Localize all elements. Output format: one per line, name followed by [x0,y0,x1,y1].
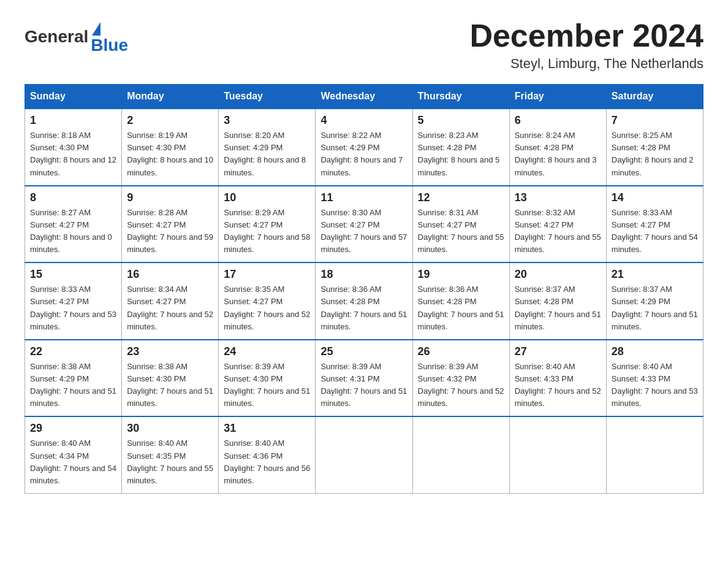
day-number: 3 [224,114,310,127]
calendar-table: Sunday Monday Tuesday Wednesday Thursday… [25,84,703,494]
day-number: 30 [127,422,213,435]
day-info: Sunrise: 8:38 AMSunset: 4:29 PMDaylight:… [30,361,116,410]
table-row [316,416,412,493]
day-number: 24 [224,345,310,358]
day-number: 18 [320,268,407,281]
col-tuesday: Tuesday [219,85,316,109]
logo-triangle-icon [92,22,100,36]
day-number: 12 [418,191,504,204]
table-row: 9 Sunrise: 8:28 AMSunset: 4:27 PMDayligh… [122,186,219,263]
day-info: Sunrise: 8:22 AMSunset: 4:29 PMDaylight:… [320,129,407,179]
col-sunday: Sunday [25,85,122,109]
day-number: 23 [127,345,213,358]
table-row: 27 Sunrise: 8:40 AMSunset: 4:33 PMDaylig… [509,340,606,417]
day-info: Sunrise: 8:33 AMSunset: 4:27 PMDaylight:… [612,207,698,256]
table-row: 8 Sunrise: 8:27 AMSunset: 4:27 PMDayligh… [25,186,122,263]
day-info: Sunrise: 8:36 AMSunset: 4:28 PMDaylight:… [320,283,407,333]
table-row: 19 Sunrise: 8:36 AMSunset: 4:28 PMDaylig… [412,262,509,340]
table-row: 24 Sunrise: 8:39 AMSunset: 4:30 PMDaylig… [219,340,316,417]
day-number: 27 [515,345,601,358]
day-info: Sunrise: 8:39 AMSunset: 4:30 PMDaylight:… [224,361,310,410]
day-info: Sunrise: 8:31 AMSunset: 4:27 PMDaylight:… [418,207,504,256]
table-row: 15 Sunrise: 8:33 AMSunset: 4:27 PMDaylig… [25,262,122,340]
day-number: 4 [320,114,407,127]
day-number: 19 [418,268,504,281]
table-row [606,416,703,493]
table-row: 18 Sunrise: 8:36 AMSunset: 4:28 PMDaylig… [316,262,412,340]
table-row: 28 Sunrise: 8:40 AMSunset: 4:33 PMDaylig… [606,340,703,417]
day-info: Sunrise: 8:40 AMSunset: 4:34 PMDaylight:… [30,437,116,487]
day-info: Sunrise: 8:25 AMSunset: 4:28 PMDaylight:… [612,129,698,179]
day-info: Sunrise: 8:36 AMSunset: 4:28 PMDaylight:… [418,283,504,333]
day-number: 22 [30,345,116,358]
day-info: Sunrise: 8:40 AMSunset: 4:36 PMDaylight:… [224,437,310,487]
day-number: 2 [127,114,213,127]
day-number: 15 [30,268,116,281]
day-number: 14 [612,191,698,204]
table-row [412,416,509,493]
table-row: 4 Sunrise: 8:22 AMSunset: 4:29 PMDayligh… [316,109,412,186]
day-number: 17 [224,268,310,281]
day-info: Sunrise: 8:29 AMSunset: 4:27 PMDaylight:… [224,207,310,256]
title-area: December 2024 Steyl, Limburg, The Nether… [469,18,703,72]
table-row: 3 Sunrise: 8:20 AMSunset: 4:29 PMDayligh… [219,109,316,186]
day-info: Sunrise: 8:23 AMSunset: 4:28 PMDaylight:… [418,129,504,179]
col-wednesday: Wednesday [316,85,412,109]
calendar-week-row: 1 Sunrise: 8:18 AMSunset: 4:30 PMDayligh… [25,109,703,186]
day-number: 10 [224,191,310,204]
table-row: 10 Sunrise: 8:29 AMSunset: 4:27 PMDaylig… [219,186,316,263]
day-info: Sunrise: 8:40 AMSunset: 4:33 PMDaylight:… [515,361,601,410]
day-number: 26 [418,345,504,358]
month-year-title: December 2024 [469,18,703,53]
day-number: 13 [515,191,601,204]
day-number: 21 [612,268,698,281]
calendar-header-row: Sunday Monday Tuesday Wednesday Thursday… [25,85,703,109]
day-info: Sunrise: 8:33 AMSunset: 4:27 PMDaylight:… [30,283,116,333]
table-row: 14 Sunrise: 8:33 AMSunset: 4:27 PMDaylig… [606,186,703,263]
day-info: Sunrise: 8:30 AMSunset: 4:27 PMDaylight:… [320,207,407,256]
table-row: 29 Sunrise: 8:40 AMSunset: 4:34 PMDaylig… [25,416,122,493]
table-row: 17 Sunrise: 8:35 AMSunset: 4:27 PMDaylig… [219,262,316,340]
table-row: 1 Sunrise: 8:18 AMSunset: 4:30 PMDayligh… [25,109,122,186]
calendar-week-row: 29 Sunrise: 8:40 AMSunset: 4:34 PMDaylig… [25,416,703,493]
day-info: Sunrise: 8:20 AMSunset: 4:29 PMDaylight:… [224,129,310,179]
table-row: 21 Sunrise: 8:37 AMSunset: 4:29 PMDaylig… [606,262,703,340]
day-number: 31 [224,422,310,435]
col-monday: Monday [122,85,219,109]
logo-text-blue: Blue [91,36,128,55]
day-info: Sunrise: 8:18 AMSunset: 4:30 PMDaylight:… [30,129,116,179]
day-number: 29 [30,422,116,435]
day-number: 7 [612,114,698,127]
day-info: Sunrise: 8:19 AMSunset: 4:30 PMDaylight:… [127,129,213,179]
table-row: 22 Sunrise: 8:38 AMSunset: 4:29 PMDaylig… [25,340,122,417]
table-row: 12 Sunrise: 8:31 AMSunset: 4:27 PMDaylig… [412,186,509,263]
day-number: 20 [515,268,601,281]
day-info: Sunrise: 8:34 AMSunset: 4:27 PMDaylight:… [127,283,213,333]
calendar-week-row: 8 Sunrise: 8:27 AMSunset: 4:27 PMDayligh… [25,186,703,263]
table-row: 31 Sunrise: 8:40 AMSunset: 4:36 PMDaylig… [219,416,316,493]
day-info: Sunrise: 8:39 AMSunset: 4:31 PMDaylight:… [320,361,407,410]
table-row: 6 Sunrise: 8:24 AMSunset: 4:28 PMDayligh… [509,109,606,186]
table-row: 13 Sunrise: 8:32 AMSunset: 4:27 PMDaylig… [509,186,606,263]
day-number: 9 [127,191,213,204]
table-row: 25 Sunrise: 8:39 AMSunset: 4:31 PMDaylig… [316,340,412,417]
day-info: Sunrise: 8:40 AMSunset: 4:33 PMDaylight:… [612,361,698,410]
table-row: 5 Sunrise: 8:23 AMSunset: 4:28 PMDayligh… [412,109,509,186]
day-number: 25 [320,345,407,358]
day-number: 11 [320,191,407,204]
day-info: Sunrise: 8:37 AMSunset: 4:29 PMDaylight:… [612,283,698,333]
table-row: 2 Sunrise: 8:19 AMSunset: 4:30 PMDayligh… [122,109,219,186]
table-row [509,416,606,493]
day-number: 28 [612,345,698,358]
col-thursday: Thursday [412,85,509,109]
table-row: 26 Sunrise: 8:39 AMSunset: 4:32 PMDaylig… [412,340,509,417]
day-info: Sunrise: 8:24 AMSunset: 4:28 PMDaylight:… [515,129,601,179]
day-info: Sunrise: 8:35 AMSunset: 4:27 PMDaylight:… [224,283,310,333]
table-row: 16 Sunrise: 8:34 AMSunset: 4:27 PMDaylig… [122,262,219,340]
table-row: 30 Sunrise: 8:40 AMSunset: 4:35 PMDaylig… [122,416,219,493]
location-subtitle: Steyl, Limburg, The Netherlands [469,56,703,72]
col-saturday: Saturday [606,85,703,109]
col-friday: Friday [509,85,606,109]
day-info: Sunrise: 8:38 AMSunset: 4:30 PMDaylight:… [127,361,213,410]
day-info: Sunrise: 8:27 AMSunset: 4:27 PMDaylight:… [30,207,116,256]
